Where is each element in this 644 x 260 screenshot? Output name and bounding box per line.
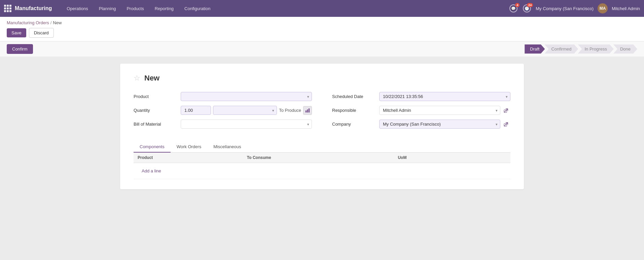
status-step-in-progress[interactable]: In Progress (578, 44, 613, 54)
quantity-label: Quantity (134, 108, 181, 113)
svg-rect-0 (306, 110, 307, 112)
status-step-done[interactable]: Done (613, 44, 637, 54)
app-brand[interactable]: Manufacturing (15, 5, 52, 11)
table-header-uom: UoM (394, 153, 472, 163)
company-row: My Company (San Francisco) (379, 120, 510, 129)
svg-rect-2 (309, 108, 310, 112)
main-content: ☆ New Product Quantity (0, 57, 644, 260)
chat-badge: 4 (515, 3, 520, 7)
bom-select[interactable] (181, 120, 312, 129)
bom-select-wrapper (181, 120, 312, 129)
company-field-group: Company My Company (San Francisco) (332, 120, 510, 129)
page-title: New (144, 74, 159, 83)
save-button[interactable]: Save (7, 28, 26, 37)
company-select[interactable]: My Company (San Francisco) (379, 120, 500, 129)
responsible-external-link-button[interactable] (502, 106, 510, 115)
responsible-label: Responsible (332, 108, 379, 113)
svg-rect-1 (307, 109, 308, 112)
user-avatar[interactable]: MA (598, 3, 608, 13)
status-bar: Confirm Draft Confirmed In Progress Done (0, 41, 644, 57)
status-steps: Draft Confirmed In Progress Done (525, 44, 637, 54)
responsible-select[interactable]: Mitchell Admin (379, 106, 500, 115)
status-step-confirmed[interactable]: Confirmed (544, 44, 578, 54)
quantity-row: To Produce (181, 106, 312, 115)
breadcrumb-current: New (53, 20, 62, 25)
company-external-link-button[interactable] (502, 120, 510, 129)
company-name: My Company (San Francisco) (536, 6, 594, 11)
nav-configuration[interactable]: Configuration (180, 4, 215, 13)
product-field-group: Product (134, 92, 312, 101)
add-line-link[interactable]: Add a line (138, 166, 165, 176)
table-header-product: Product (134, 153, 243, 163)
chat-notification-icon[interactable]: 💬 4 (509, 4, 518, 13)
product-label: Product (134, 94, 181, 99)
scheduled-date-input[interactable] (379, 92, 510, 101)
form-left-column: Product Quantity (134, 92, 312, 133)
topnav-menu: Operations Planning Products Reporting C… (62, 4, 509, 13)
topnav: Manufacturing Operations Planning Produc… (0, 0, 644, 17)
to-produce-label: To Produce (279, 108, 301, 113)
components-table: Product To Consume UoM Add a line (134, 153, 510, 179)
toolbar: Save Discard (7, 28, 637, 41)
table-add-line-row: Add a line (134, 163, 510, 179)
form-right-column: Scheduled Date Responsible Mitchell Admi… (332, 92, 510, 133)
scheduled-date-label: Scheduled Date (332, 94, 379, 99)
nav-planning[interactable]: Planning (94, 4, 121, 13)
discard-button[interactable]: Discard (29, 28, 54, 38)
tab-components[interactable]: Components (134, 141, 171, 153)
nav-reporting[interactable]: Reporting (150, 4, 178, 13)
responsible-select-wrapper: Mitchell Admin (379, 106, 500, 115)
product-select[interactable] (181, 92, 312, 101)
product-select-wrapper (181, 92, 312, 101)
company-label: Company (332, 122, 379, 127)
form-title-row: ☆ New (134, 74, 510, 83)
status-step-draft[interactable]: Draft (525, 44, 545, 54)
quantity-field-group: Quantity To Produce (134, 106, 312, 115)
topnav-right: 💬 4 🕐 24 My Company (San Francisco) MA M… (509, 3, 640, 13)
uom-select-wrapper (213, 106, 277, 115)
company-select-wrapper: My Company (San Francisco) (379, 120, 500, 129)
favorite-star-icon[interactable]: ☆ (134, 74, 140, 83)
tabs-row: Components Work Orders Miscellaneous (134, 141, 510, 153)
form-card: ☆ New Product Quantity (120, 64, 524, 189)
clock-badge: 24 (527, 3, 533, 7)
bill-of-material-label: Bill of Material (134, 122, 181, 127)
uom-select[interactable] (213, 106, 277, 115)
apps-icon[interactable] (4, 5, 11, 12)
tab-work-orders[interactable]: Work Orders (171, 141, 207, 153)
breadcrumb: Manufacturing Orders / New (7, 20, 637, 25)
tab-miscellaneous[interactable]: Miscellaneous (207, 141, 247, 153)
forecast-chart-icon[interactable] (303, 106, 312, 115)
responsible-field-group: Responsible Mitchell Admin (332, 106, 510, 115)
bill-of-material-field-group: Bill of Material (134, 120, 312, 129)
scheduled-date-wrapper (379, 92, 510, 101)
breadcrumb-parent[interactable]: Manufacturing Orders (7, 20, 49, 25)
form-grid: Product Quantity (134, 92, 510, 133)
clock-notification-icon[interactable]: 🕐 24 (522, 4, 532, 13)
nav-operations[interactable]: Operations (62, 4, 93, 13)
quantity-input[interactable] (181, 106, 211, 115)
scheduled-date-field-group: Scheduled Date (332, 92, 510, 101)
username: Mitchell Admin (612, 6, 640, 11)
table-header-actions (473, 153, 510, 163)
page-header: Manufacturing Orders / New Save Discard (0, 17, 644, 41)
confirm-button[interactable]: Confirm (7, 44, 33, 54)
table-header-to-consume: To Consume (243, 153, 394, 163)
responsible-row: Mitchell Admin (379, 106, 510, 115)
nav-products[interactable]: Products (122, 4, 148, 13)
breadcrumb-separator: / (50, 20, 52, 25)
